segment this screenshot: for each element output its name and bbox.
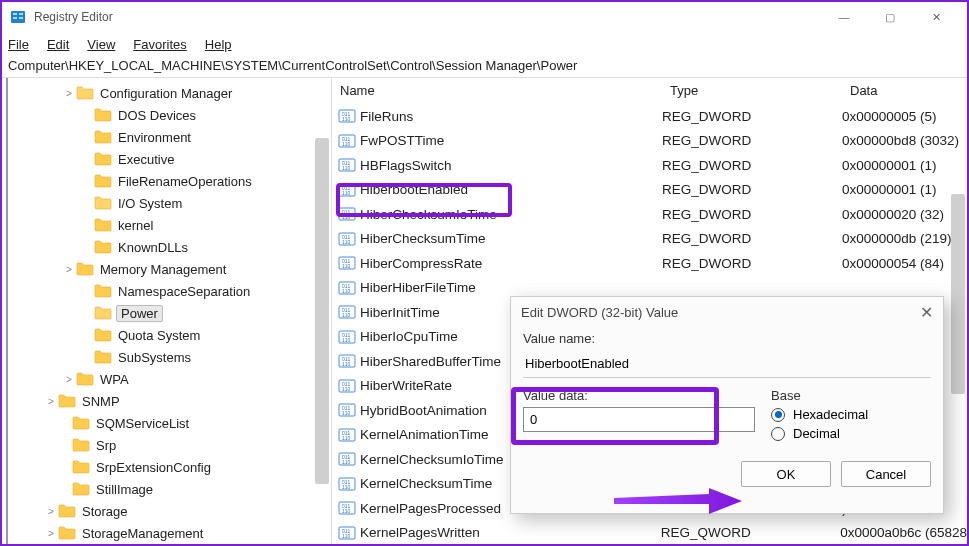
- col-header-name[interactable]: Name: [332, 79, 662, 102]
- tree-item[interactable]: StillImage: [2, 478, 331, 500]
- tree-item-label: SubSystems: [116, 350, 193, 365]
- svg-rect-3: [13, 17, 17, 19]
- svg-text:110: 110: [342, 116, 351, 122]
- value-data: 0x0000a0b6c (65828: [840, 525, 967, 540]
- tree-item[interactable]: DOS Devices: [2, 104, 331, 126]
- list-row[interactable]: 011110HiberChecksumTimeREG_DWORD0x000000…: [332, 227, 967, 252]
- svg-text:110: 110: [342, 263, 351, 269]
- dword-icon: 011110: [338, 279, 356, 297]
- maximize-button[interactable]: ▢: [867, 2, 913, 32]
- list-header: Name Type Data: [332, 78, 967, 104]
- dword-icon: 011110: [338, 524, 356, 542]
- tree-item[interactable]: KnownDLLs: [2, 236, 331, 258]
- tree-item-label: NamespaceSeparation: [116, 284, 252, 299]
- value-name: FileRuns: [360, 109, 662, 124]
- tree-item[interactable]: >Storage: [2, 500, 331, 522]
- tree-item[interactable]: Srp: [2, 434, 331, 456]
- minimize-button[interactable]: —: [821, 2, 867, 32]
- col-header-type[interactable]: Type: [662, 79, 842, 102]
- folder-icon: [94, 108, 112, 122]
- list-row[interactable]: 011110KernelPagesWrittenREG_QWORD0x0000a…: [332, 521, 967, 545]
- regedit-icon: [10, 9, 26, 25]
- list-scrollbar[interactable]: [951, 194, 965, 394]
- tree-scrollbar[interactable]: [315, 138, 329, 484]
- folder-icon: [58, 526, 76, 540]
- tree-item-label: Power: [116, 305, 163, 322]
- tree-item[interactable]: Executive: [2, 148, 331, 170]
- svg-text:110: 110: [342, 361, 351, 367]
- radio-decimal[interactable]: Decimal: [771, 426, 931, 441]
- svg-text:110: 110: [342, 484, 351, 490]
- svg-text:110: 110: [342, 288, 351, 294]
- tree-item[interactable]: Quota System: [2, 324, 331, 346]
- tree-item[interactable]: >StorageManagement: [2, 522, 331, 544]
- menu-file[interactable]: File: [8, 37, 29, 52]
- cancel-button[interactable]: Cancel: [841, 461, 931, 487]
- tree-item[interactable]: Environment: [2, 126, 331, 148]
- svg-rect-4: [19, 17, 23, 19]
- folder-icon: [72, 416, 90, 430]
- menu-view[interactable]: View: [87, 37, 115, 52]
- svg-rect-2: [19, 13, 23, 15]
- list-row[interactable]: 011110FileRunsREG_DWORD0x00000005 (5): [332, 104, 967, 129]
- folder-icon: [94, 240, 112, 254]
- ok-button[interactable]: OK: [741, 461, 831, 487]
- value-data: 0x00000020 (32): [842, 207, 967, 222]
- dword-icon: 011110: [338, 499, 356, 517]
- tree-item-label: Srp: [94, 438, 118, 453]
- tree-item[interactable]: Power: [2, 302, 331, 324]
- tree-item[interactable]: SrpExtensionConfig: [2, 456, 331, 478]
- tree-item-label: Executive: [116, 152, 176, 167]
- value-name: HBFlagsSwitch: [360, 158, 662, 173]
- dword-icon: 011110: [338, 303, 356, 321]
- tree-item-label: FileRenameOperations: [116, 174, 254, 189]
- close-button[interactable]: ✕: [913, 2, 959, 32]
- address-bar[interactable]: Computer\HKEY_LOCAL_MACHINE\SYSTEM\Curre…: [2, 56, 967, 78]
- tree-item[interactable]: >Memory Management: [2, 258, 331, 280]
- folder-icon: [94, 328, 112, 342]
- tree-item-label: Quota System: [116, 328, 202, 343]
- tree-item[interactable]: SubSystems: [2, 346, 331, 368]
- dword-icon: 011110: [338, 450, 356, 468]
- dialog-close-button[interactable]: ✕: [920, 303, 933, 322]
- chevron-icon[interactable]: >: [62, 374, 76, 385]
- tree-item[interactable]: NamespaceSeparation: [2, 280, 331, 302]
- base-label: Base: [771, 388, 931, 403]
- folder-icon: [94, 130, 112, 144]
- menu-edit[interactable]: Edit: [47, 37, 69, 52]
- col-header-data[interactable]: Data: [842, 79, 967, 102]
- chevron-icon[interactable]: >: [62, 88, 76, 99]
- value-data: 0x00000054 (84): [842, 256, 967, 271]
- list-row[interactable]: 011110HiberCompressRateREG_DWORD0x000000…: [332, 251, 967, 276]
- list-row[interactable]: 011110HBFlagsSwitchREG_DWORD0x00000001 (…: [332, 153, 967, 178]
- folder-icon: [72, 460, 90, 474]
- tree-item[interactable]: FileRenameOperations: [2, 170, 331, 192]
- value-type: REG_DWORD: [662, 231, 842, 246]
- tree-item[interactable]: kernel: [2, 214, 331, 236]
- folder-icon: [58, 394, 76, 408]
- value-type: REG_DWORD: [662, 207, 842, 222]
- tree-item[interactable]: >SNMP: [2, 390, 331, 412]
- arrow-icon: [614, 486, 744, 516]
- folder-icon: [72, 438, 90, 452]
- tree-item[interactable]: >WPA: [2, 368, 331, 390]
- tree-item[interactable]: >Configuration Manager: [2, 82, 331, 104]
- chevron-icon[interactable]: >: [44, 396, 58, 407]
- value-name-label: Value name:: [523, 331, 931, 346]
- dword-icon: 011110: [338, 328, 356, 346]
- folder-icon: [94, 284, 112, 298]
- list-row[interactable]: 011110FwPOSTTimeREG_DWORD0x00000bd8 (303…: [332, 129, 967, 154]
- tree-item-label: SQMServiceList: [94, 416, 191, 431]
- value-data: 0x00000005 (5): [842, 109, 967, 124]
- menu-favorites[interactable]: Favorites: [133, 37, 186, 52]
- chevron-icon[interactable]: >: [44, 506, 58, 517]
- menu-help[interactable]: Help: [205, 37, 232, 52]
- tree-item[interactable]: I/O System: [2, 192, 331, 214]
- value-type: REG_DWORD: [662, 256, 842, 271]
- tree-item[interactable]: SQMServiceList: [2, 412, 331, 434]
- chevron-icon[interactable]: >: [44, 528, 58, 539]
- tree-item-label: SrpExtensionConfig: [94, 460, 213, 475]
- radio-hexadecimal[interactable]: Hexadecimal: [771, 407, 931, 422]
- chevron-icon[interactable]: >: [62, 264, 76, 275]
- svg-text:110: 110: [342, 337, 351, 343]
